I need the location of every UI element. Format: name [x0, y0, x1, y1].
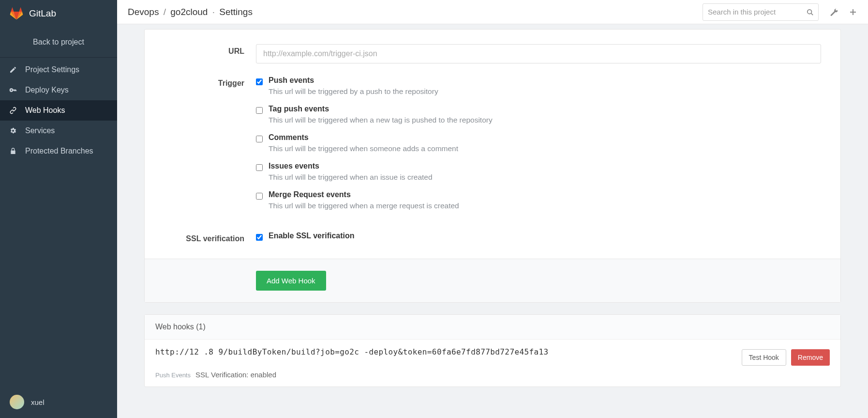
add-webhook-button[interactable]: Add Web Hook [256, 271, 326, 291]
webhooks-list-panel: Web hooks (1) http://12 .8 9/buildByToke… [144, 314, 841, 387]
trigger-2[interactable]: Comments [256, 133, 821, 142]
hook-ssl: SSL Verification: enabled [195, 371, 276, 379]
remove-hook-button[interactable]: Remove [791, 349, 830, 366]
trigger-label: Trigger [164, 76, 256, 219]
hook-row: http://12 .8 9/buildByToken/build?job=go… [145, 340, 840, 371]
breadcrumb-group[interactable]: Devops [128, 7, 159, 17]
ssl-checkbox[interactable] [256, 234, 263, 241]
trigger-title: Push events [269, 76, 314, 85]
ssl-label: SSL verification [164, 232, 256, 243]
sidebar: GitLab Back to project Project SettingsD… [0, 0, 117, 418]
sidebar-item-label: Protected Branches [25, 147, 93, 155]
sidebar-item-label: Web Hooks [25, 106, 65, 115]
back-to-project[interactable]: Back to project [0, 27, 117, 58]
gitlab-logo-icon [10, 7, 23, 20]
brand[interactable]: GitLab [0, 0, 117, 27]
trigger-desc: This url will be triggered by a push to … [269, 87, 821, 96]
hook-meta: Push EventsSSL Verification: enabled [145, 371, 840, 387]
sidebar-item-services[interactable]: Services [0, 121, 117, 141]
sidebar-item-web-hooks[interactable]: Web Hooks [0, 100, 117, 121]
breadcrumb-project[interactable]: go2cloud [170, 7, 208, 17]
sidebar-nav: Project SettingsDeploy KeysWeb HooksServ… [0, 60, 117, 161]
link-icon [9, 107, 17, 114]
svg-line-1 [811, 13, 813, 15]
trigger-desc: This url will be triggered when someone … [269, 144, 821, 153]
search-box[interactable] [703, 3, 819, 21]
sidebar-user[interactable]: xuel [0, 386, 117, 418]
edit-icon [9, 66, 17, 74]
gear-icon [9, 127, 17, 135]
trigger-0[interactable]: Push events [256, 76, 821, 85]
trigger-checkbox[interactable] [256, 78, 263, 85]
breadcrumb: Devops / go2cloud · Settings [128, 7, 696, 17]
search-input[interactable] [708, 8, 807, 16]
trigger-checkbox[interactable] [256, 107, 263, 114]
plus-icon[interactable] [849, 4, 857, 20]
trigger-checkbox[interactable] [256, 136, 263, 142]
trigger-desc: This url will be triggered when an issue… [269, 173, 821, 182]
ssl-title: Enable SSL verification [269, 232, 355, 240]
username: xuel [31, 398, 45, 406]
trigger-1[interactable]: Tag push events [256, 105, 821, 114]
trigger-desc: This url will be triggered when a merge … [269, 201, 821, 210]
url-input[interactable] [256, 44, 821, 63]
brand-text: GitLab [29, 8, 56, 19]
wrench-icon[interactable] [825, 4, 842, 20]
sidebar-item-label: Services [25, 126, 55, 135]
trigger-title: Merge Request events [269, 190, 351, 199]
hook-tag: Push Events [155, 372, 191, 379]
trigger-checkbox[interactable] [256, 164, 263, 171]
topbar: Devops / go2cloud · Settings [117, 0, 868, 24]
hook-url: http://12 .8 9/buildByToken/build?job=go… [155, 347, 735, 356]
url-label: URL [164, 44, 256, 63]
webhooks-heading: Web hooks (1) [145, 315, 840, 340]
avatar [10, 395, 24, 409]
trigger-desc: This url will be triggered when a new ta… [269, 116, 821, 124]
sidebar-item-protected-branches[interactable]: Protected Branches [0, 141, 117, 161]
sidebar-item-label: Project Settings [25, 65, 79, 74]
ssl-checkbox-row[interactable]: Enable SSL verification [256, 232, 821, 241]
sidebar-item-project-settings[interactable]: Project Settings [0, 60, 117, 80]
trigger-3[interactable]: Issues events [256, 162, 821, 171]
trigger-title: Issues events [269, 162, 319, 170]
trigger-checkbox[interactable] [256, 193, 263, 200]
sidebar-item-deploy-keys[interactable]: Deploy Keys [0, 80, 117, 100]
trigger-4[interactable]: Merge Request events [256, 190, 821, 200]
key-icon [9, 86, 17, 94]
webhook-form-panel: URL Trigger Push eventsThis url will be … [144, 29, 841, 303]
search-icon[interactable] [807, 9, 813, 15]
trigger-title: Tag push events [269, 105, 329, 113]
svg-point-0 [808, 9, 812, 14]
test-hook-button[interactable]: Test Hook [742, 349, 786, 366]
trigger-title: Comments [269, 133, 309, 142]
sidebar-item-label: Deploy Keys [25, 86, 69, 94]
lock-icon [9, 147, 17, 155]
breadcrumb-page: Settings [219, 7, 253, 17]
